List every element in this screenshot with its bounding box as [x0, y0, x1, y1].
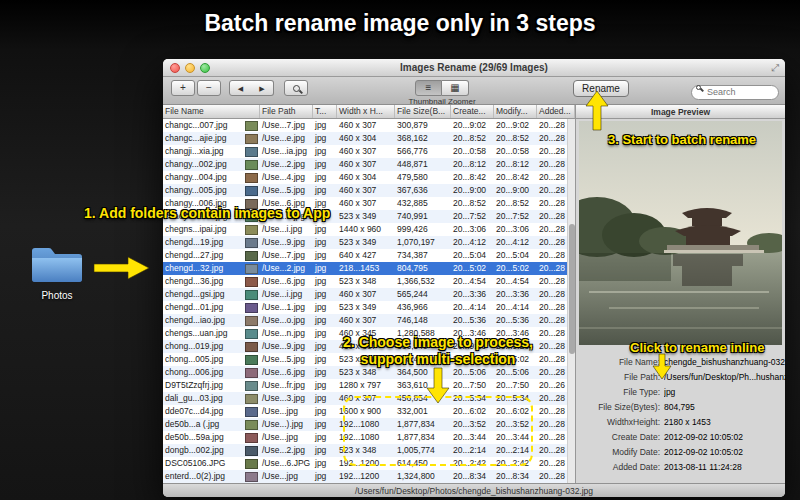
file-name-cell: chengd...01.jpg	[163, 301, 243, 314]
file-name-cell: chegns...ipai.jpg	[163, 223, 243, 236]
file-path-cell: /Use...ia.jpg	[260, 145, 313, 158]
column-header[interactable]: File Path	[260, 105, 313, 118]
file-name-cell: chengs...uan.jpg	[163, 327, 243, 340]
file-path-cell: /Use...6.jpg	[260, 366, 313, 379]
create-date-cell: 20...5:04	[451, 249, 494, 262]
preview-field-row: Create Date: 2012-09-02 10:05:02	[576, 430, 786, 445]
modify-date-cell: 20...7:52	[494, 210, 537, 223]
file-size-cell: 332,001	[395, 405, 451, 418]
search-field-wrap	[691, 81, 779, 96]
file-thumbnail	[243, 418, 260, 431]
table-row[interactable]: changc...007.jpg /Use...7.jpg jpg 460 x …	[163, 119, 575, 132]
table-row[interactable]: chegns...ipai.jpg /Use...i.jpg jpg 1440 …	[163, 223, 575, 236]
back-button[interactable]: ◀	[229, 80, 252, 96]
table-row[interactable]: D9T5tZzqfrj.jpg /Use...fr.jpg jpg 1280 x…	[163, 379, 575, 392]
file-size-cell: 1,005,774	[395, 444, 451, 457]
add-folder-button[interactable]: +	[171, 80, 195, 96]
table-row[interactable]: changy...004.jpg /Use...4.jpg jpg 460 x …	[163, 171, 575, 184]
folder-label: Photos	[28, 290, 86, 301]
column-header[interactable]: Modify...	[494, 105, 537, 118]
modify-date-cell: 20...5:02	[494, 262, 537, 275]
preview-field-row: File Name: chengde_bishushanzhuang-032.j…	[576, 355, 786, 370]
rename-button[interactable]: Rename	[573, 80, 629, 97]
file-name-cell: chengd...19.jpg	[163, 236, 243, 249]
search-input[interactable]	[691, 85, 779, 100]
table-row[interactable]: chengd...36.jpg /Use...6.jpg jpg 523 x 3…	[163, 275, 575, 288]
table-row[interactable]: chengd...01.jpg /Use...1.jpg jpg 523 x 3…	[163, 301, 575, 314]
file-type-cell: jpg	[313, 314, 337, 327]
table-row[interactable]: chengd...19.jpg /Use...9.jpg jpg 523 x 3…	[163, 236, 575, 249]
column-header[interactable]: Width x H...	[337, 105, 395, 118]
table-row[interactable]: chengd...gsi.jpg /Use...i.jpg jpg 460 x …	[163, 288, 575, 301]
remove-button[interactable]: −	[197, 80, 221, 96]
minimize-button[interactable]	[185, 63, 195, 73]
field-value: /Users/fun/Desktop/Ph...hushanzhuang-032…	[664, 370, 786, 385]
field-label: File Name:	[576, 355, 664, 370]
file-thumbnail	[243, 431, 260, 444]
window-title: Images Rename (29/69 Images)	[163, 59, 785, 76]
table-row[interactable]: DSC05106.JPG /Use...6.JPG jpg 192...1200…	[163, 457, 575, 470]
column-header[interactable]: File Size(B...	[395, 105, 451, 118]
field-value: 2013-08-11 11:24:28	[664, 460, 786, 475]
column-header[interactable]: File Name	[163, 105, 260, 118]
file-name-cell: dongb...002.jpg	[163, 444, 243, 457]
file-thumbnail	[243, 353, 260, 366]
dimensions-cell: 523 x 349	[337, 210, 395, 223]
file-size-cell: 734,387	[395, 249, 451, 262]
table-row[interactable]: de50b...a (.jpg /Use...).jpg jpg 192...1…	[163, 418, 575, 431]
column-header[interactable]: Added...	[537, 105, 575, 118]
close-button[interactable]	[170, 63, 180, 73]
modify-date-cell: 20...9:02	[494, 119, 537, 132]
zoom-tool-button[interactable]	[284, 80, 308, 96]
table-row[interactable]: de50b...59a.jpg /Use...jpg jpg 192...108…	[163, 431, 575, 444]
fullscreen-icon[interactable]: ⤢	[771, 62, 779, 74]
dimensions-cell: 1440 x 960	[337, 223, 395, 236]
dimensions-cell: 460 x 307	[337, 288, 395, 301]
file-thumbnail	[243, 444, 260, 457]
forward-button[interactable]: ▶	[251, 80, 274, 96]
pavilion-photo	[579, 121, 782, 345]
modify-date-cell: 20...3:44	[494, 431, 537, 444]
file-type-cell: jpg	[313, 236, 337, 249]
file-thumbnail	[243, 392, 260, 405]
table-row[interactable]: changc...ajie.jpg /Use...e.jpg jpg 460 x…	[163, 132, 575, 145]
file-thumbnail	[243, 119, 260, 132]
inline-rename-field[interactable]: chengde_bishushanzhuang-032.jpg	[664, 355, 786, 370]
table-row[interactable]: changy...002.jpg /Use...2.jpg jpg 460 x …	[163, 158, 575, 171]
file-size-cell: 432,885	[395, 197, 451, 210]
column-header[interactable]: T...	[313, 105, 337, 118]
table-row[interactable]: chengd...32.jpg /Use...2.jpg jpg 218...1…	[163, 262, 575, 275]
file-path-cell: /Use...9.jpg	[260, 340, 313, 353]
file-size-cell: 1,366,532	[395, 275, 451, 288]
file-type-cell: jpg	[313, 184, 337, 197]
images-rename-window: Images Rename (29/69 Images) ⤢ + − ◀ ▶ ≡…	[163, 59, 785, 497]
table-row[interactable]: enterd...0(2).jpg /Use...jpg jpg 192...1…	[163, 470, 575, 483]
table-row[interactable]: dali_gu...03.jpg /Use...3.jpg jpg 460 x …	[163, 392, 575, 405]
create-date-cell: 20...7:50	[451, 379, 494, 392]
modify-date-cell: 20...4:54	[494, 275, 537, 288]
dimensions-cell: 192...1080	[337, 418, 395, 431]
create-date-cell: 20...9:00	[451, 184, 494, 197]
table-row[interactable]: chengd...iao.jpg /Use...o.jpg jpg 460 x …	[163, 314, 575, 327]
file-path-cell: /Use...jpg	[260, 405, 313, 418]
file-size-cell: 448,871	[395, 158, 451, 171]
zoom-button[interactable]	[200, 63, 210, 73]
thumbnail-view-button[interactable]: ▦	[442, 80, 469, 96]
photos-folder[interactable]: Photos	[28, 246, 86, 301]
create-date-cell: 20...3:06	[451, 223, 494, 236]
view-mode-segmented-control: ≡ ▦	[415, 80, 469, 96]
forward-icon: ▶	[259, 85, 264, 92]
create-date-cell: 20...4:54	[451, 275, 494, 288]
table-row[interactable]: changji...xia.jpg /Use...ia.jpg jpg 460 …	[163, 145, 575, 158]
table-row[interactable]: dde07c...d4.jpg /Use...jpg jpg 1600 x 90…	[163, 405, 575, 418]
column-header[interactable]: Create...	[451, 105, 494, 118]
table-scrollbar[interactable]	[567, 119, 575, 483]
table-row[interactable]: chengd...27.jpg /Use...7.jpg jpg 640 x 4…	[163, 249, 575, 262]
list-view-button[interactable]: ≡	[415, 80, 442, 96]
table-row[interactable]: dongb...002.jpg /Use...2.jpg jpg 523 x 3…	[163, 444, 575, 457]
file-size-cell: 740,991	[395, 210, 451, 223]
file-path-cell: /Use...3.jpg	[260, 392, 313, 405]
title-bar[interactable]: Images Rename (29/69 Images) ⤢	[163, 59, 785, 77]
table-row[interactable]: changy...005.jpg /Use...5.jpg jpg 460 x …	[163, 184, 575, 197]
annotation-step1: 1. Add folders contain images to App	[84, 205, 330, 221]
